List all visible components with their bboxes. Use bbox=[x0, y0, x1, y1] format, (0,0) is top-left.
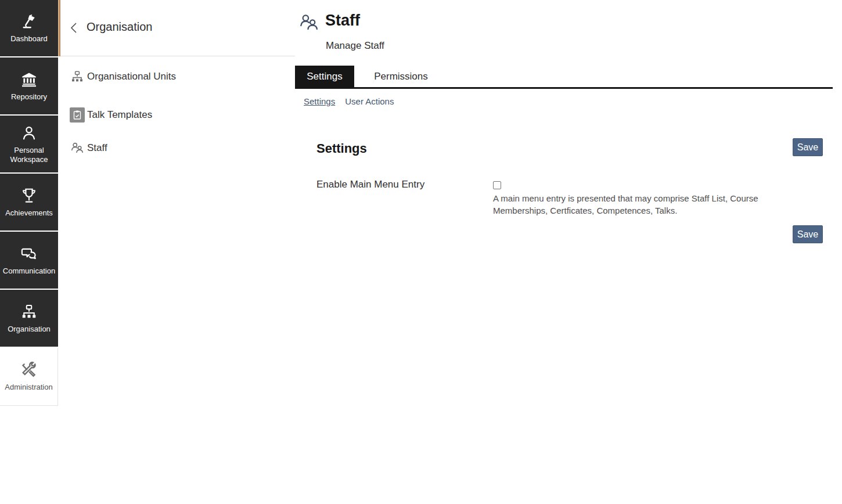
subtab-user-actions[interactable]: User Actions bbox=[345, 96, 394, 109]
mainbar-item-label: Achievements bbox=[3, 208, 55, 218]
slate-header: Organisation bbox=[60, 0, 295, 56]
mainbar-item-label: Organisation bbox=[5, 325, 53, 334]
save-button-top[interactable]: Save bbox=[793, 138, 823, 156]
enable-main-menu-entry-label: Enable Main Menu Entry bbox=[316, 179, 424, 190]
mainbar-item-achievements[interactable]: Achievements bbox=[0, 174, 58, 231]
slate-item-talk-templates[interactable]: Talk Templates bbox=[60, 103, 295, 127]
trophy-icon bbox=[20, 187, 38, 204]
mainbar-item-communication[interactable]: Communication bbox=[0, 232, 58, 289]
mainbar-item-dashboard[interactable]: Dashboard bbox=[0, 0, 58, 56]
staff-icon bbox=[70, 141, 84, 155]
page-subtitle: Manage Staff bbox=[326, 40, 384, 52]
tab-permissions[interactable]: Permissions bbox=[354, 66, 448, 87]
subtab-bar: Settings User Actions bbox=[304, 96, 394, 109]
chat-icon bbox=[20, 245, 38, 262]
content-area: Staff Manage Staff Settings Permissions … bbox=[295, 0, 842, 504]
mainbar-item-repository[interactable]: Repository bbox=[0, 57, 58, 114]
slate-item-organisational-units[interactable]: Organisational Units bbox=[60, 65, 295, 88]
lamp-icon bbox=[20, 13, 38, 30]
person-icon bbox=[20, 124, 38, 142]
tools-icon bbox=[20, 361, 38, 379]
mainbar-item-label: Administration bbox=[2, 383, 55, 392]
slate-item-label: Staff bbox=[87, 142, 107, 154]
slate-title: Organisation bbox=[87, 20, 152, 34]
enable-main-menu-entry-checkbox[interactable] bbox=[493, 181, 501, 189]
chevron-left-icon[interactable] bbox=[69, 21, 80, 34]
clipboard-check-icon bbox=[70, 107, 85, 123]
mainbar-item-organisation[interactable]: Organisation bbox=[0, 290, 58, 347]
tab-settings[interactable]: Settings bbox=[295, 66, 354, 87]
orgchart-icon bbox=[20, 303, 38, 321]
bank-icon bbox=[20, 71, 38, 88]
slate-item-label: Organisational Units bbox=[87, 71, 176, 82]
form-section-heading: Settings bbox=[316, 141, 367, 156]
page-title: Staff bbox=[325, 12, 360, 30]
subtab-settings[interactable]: Settings bbox=[304, 96, 335, 109]
field-byline: A main menu entry is presented that may … bbox=[493, 192, 776, 217]
slate-item-staff[interactable]: Staff bbox=[60, 136, 295, 160]
mainbar-item-label: Communication bbox=[1, 267, 57, 276]
save-button-bottom[interactable]: Save bbox=[793, 225, 823, 243]
mainbar-item-label: Repository bbox=[9, 92, 49, 102]
tab-bar: Settings Permissions bbox=[295, 66, 833, 87]
mainbar-item-personal-workspace[interactable]: Personal Workspace bbox=[0, 116, 58, 172]
orgchart-icon bbox=[70, 70, 84, 84]
slate-item-label: Talk Templates bbox=[87, 109, 152, 121]
mainbar-item-administration[interactable]: Administration bbox=[0, 348, 58, 406]
mainbar-item-label: Personal Workspace bbox=[0, 146, 58, 164]
organisation-slate: Organisation Organisational Units Talk T… bbox=[60, 0, 295, 504]
staff-icon bbox=[298, 12, 319, 33]
main-navigation-bar: Dashboard Repository Personal Workspace … bbox=[0, 0, 58, 406]
tab-underline bbox=[295, 87, 833, 89]
mainbar-item-label: Dashboard bbox=[8, 34, 50, 44]
